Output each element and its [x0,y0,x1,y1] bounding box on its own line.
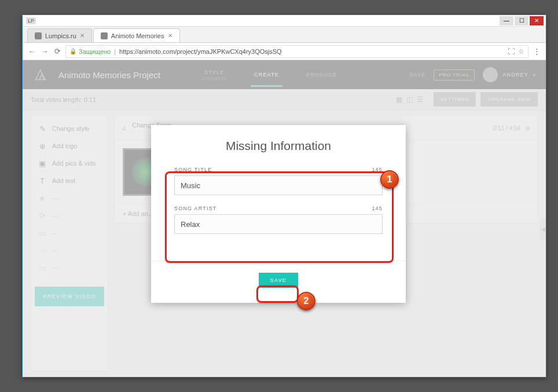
back-icon[interactable]: ← [27,47,36,56]
annotation-marker-2: 2 [297,292,315,310]
tab-animoto[interactable]: Animoto Memories ✕ [93,28,180,42]
save-button[interactable]: SAVE [259,273,299,288]
annotation-marker-1: 1 [380,170,399,189]
field-song-artist: SONG ARTIST 145 [174,206,383,234]
field-label: SONG TITLE [174,167,212,173]
char-count: 145 [372,167,383,173]
tab-label: Animoto Memories [111,32,164,39]
page-content: Animoto Memories Project STYLE Accolades… [23,60,546,377]
tab-close-icon[interactable]: ✕ [168,32,172,39]
tab-lumpics[interactable]: Lumpics.ru ✕ [27,28,92,42]
field-song-title: SONG TITLE 145 [174,167,383,195]
song-title-input[interactable] [174,175,383,195]
browser-window: LP — ☐ ✕ Lumpics.ru ✕ Animoto Memories ✕… [22,14,546,378]
url-separator: | [114,48,116,55]
url-text: https://animoto.com/project/ymaJKPKwCXq4… [119,48,282,55]
menu-icon[interactable]: ⋮ [532,47,541,56]
window-maximize-button[interactable]: ☐ [515,16,528,25]
url-actions: ⛶ ☆ [508,47,524,56]
address-bar: ← → ⟳ 🔒 Защищено | https://animoto.com/p… [23,43,546,60]
lp-badge: LP [26,17,36,24]
window-titlebar: LP — ☐ ✕ [23,15,546,27]
modal-footer: SAVE [151,261,406,303]
modal-body: SONG TITLE 145 SONG ARTIST 145 [151,163,406,261]
window-close-button[interactable]: ✕ [530,16,544,25]
tab-label: Lumpics.ru [45,32,76,39]
missing-info-modal: Missing Information SONG TITLE 145 SONG … [151,125,406,303]
song-artist-input[interactable] [174,214,383,234]
field-header: SONG TITLE 145 [174,167,383,173]
reload-icon[interactable]: ⟳ [53,47,62,56]
favicon-icon [35,32,42,39]
char-count: 145 [372,206,383,211]
forward-icon[interactable]: → [40,47,49,56]
field-label: SONG ARTIST [174,206,217,211]
favicon-icon [101,32,108,39]
lock-icon: 🔒 [69,48,76,54]
bookmark-icon[interactable]: ☆ [518,47,524,56]
translate-icon[interactable]: ⛶ [508,47,515,56]
url-field[interactable]: 🔒 Защищено | https://animoto.com/project… [65,45,528,58]
field-header: SONG ARTIST 145 [174,206,383,211]
window-minimize-button[interactable]: — [500,16,513,25]
tab-close-icon[interactable]: ✕ [80,32,85,39]
tab-bar: Lumpics.ru ✕ Animoto Memories ✕ [23,27,546,43]
secure-label: Защищено [79,48,111,55]
modal-title: Missing Information [151,125,406,163]
